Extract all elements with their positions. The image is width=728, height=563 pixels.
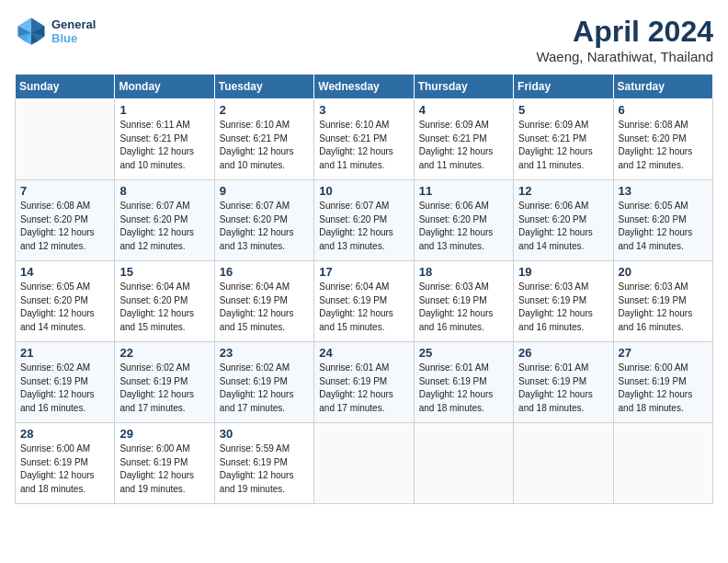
calendar-cell: 10Sunrise: 6:07 AM Sunset: 6:20 PM Dayli… <box>314 180 414 261</box>
day-info: Sunrise: 6:02 AM Sunset: 6:19 PM Dayligh… <box>20 362 109 415</box>
day-info: Sunrise: 6:02 AM Sunset: 6:19 PM Dayligh… <box>119 362 209 415</box>
day-number: 7 <box>20 184 109 198</box>
weekday-header-thursday: Thursday <box>414 75 513 99</box>
calendar-cell: 26Sunrise: 6:01 AM Sunset: 6:19 PM Dayli… <box>514 342 613 423</box>
day-info: Sunrise: 6:06 AM Sunset: 6:20 PM Dayligh… <box>419 200 508 253</box>
calendar-cell: 30Sunrise: 5:59 AM Sunset: 6:19 PM Dayli… <box>214 423 313 504</box>
day-number: 28 <box>20 427 109 441</box>
day-info: Sunrise: 6:03 AM Sunset: 6:19 PM Dayligh… <box>619 281 708 334</box>
week-row-4: 21Sunrise: 6:02 AM Sunset: 6:19 PM Dayli… <box>16 342 713 423</box>
calendar-cell: 25Sunrise: 6:01 AM Sunset: 6:19 PM Dayli… <box>414 342 513 423</box>
day-info: Sunrise: 6:04 AM Sunset: 6:20 PM Dayligh… <box>119 281 209 334</box>
weekday-header-friday: Friday <box>514 75 613 99</box>
calendar-cell: 8Sunrise: 6:07 AM Sunset: 6:20 PM Daylig… <box>115 180 214 261</box>
day-info: Sunrise: 6:07 AM Sunset: 6:20 PM Dayligh… <box>220 200 309 253</box>
day-info: Sunrise: 6:10 AM Sunset: 6:21 PM Dayligh… <box>220 119 309 172</box>
day-number: 26 <box>518 346 608 360</box>
day-info: Sunrise: 6:01 AM Sunset: 6:19 PM Dayligh… <box>419 362 508 415</box>
calendar-cell: 15Sunrise: 6:04 AM Sunset: 6:20 PM Dayli… <box>115 261 214 342</box>
week-row-1: 1Sunrise: 6:11 AM Sunset: 6:21 PM Daylig… <box>16 99 713 180</box>
day-info: Sunrise: 6:00 AM Sunset: 6:19 PM Dayligh… <box>20 442 109 496</box>
day-info: Sunrise: 6:07 AM Sunset: 6:20 PM Dayligh… <box>319 200 408 253</box>
day-number: 13 <box>619 184 708 198</box>
day-number: 17 <box>319 265 408 279</box>
day-number: 10 <box>319 184 408 198</box>
calendar-cell: 7Sunrise: 6:08 AM Sunset: 6:20 PM Daylig… <box>16 180 115 261</box>
day-info: Sunrise: 6:04 AM Sunset: 6:19 PM Dayligh… <box>220 281 309 334</box>
day-info: Sunrise: 6:09 AM Sunset: 6:21 PM Dayligh… <box>518 119 608 172</box>
calendar-cell: 19Sunrise: 6:03 AM Sunset: 6:19 PM Dayli… <box>514 261 613 342</box>
calendar-cell: 27Sunrise: 6:00 AM Sunset: 6:19 PM Dayli… <box>613 342 712 423</box>
calendar-cell: 29Sunrise: 6:00 AM Sunset: 6:19 PM Dayli… <box>115 423 214 504</box>
calendar-cell: 3Sunrise: 6:10 AM Sunset: 6:21 PM Daylig… <box>314 99 414 180</box>
day-number: 15 <box>119 265 209 279</box>
day-number: 9 <box>220 184 309 198</box>
calendar-cell: 14Sunrise: 6:05 AM Sunset: 6:20 PM Dayli… <box>16 261 115 342</box>
day-number: 23 <box>220 346 309 360</box>
calendar-cell <box>613 423 712 504</box>
day-number: 22 <box>119 346 209 360</box>
day-info: Sunrise: 6:01 AM Sunset: 6:19 PM Dayligh… <box>518 362 608 415</box>
day-number: 14 <box>20 265 109 279</box>
day-number: 19 <box>518 265 608 279</box>
calendar-cell: 6Sunrise: 6:08 AM Sunset: 6:20 PM Daylig… <box>613 99 712 180</box>
day-number: 3 <box>319 103 408 117</box>
calendar-table: SundayMondayTuesdayWednesdayThursdayFrid… <box>15 74 713 504</box>
day-number: 8 <box>119 184 209 198</box>
day-number: 5 <box>518 103 608 117</box>
page-header: General Blue April 2024 Waeng, Narathiwa… <box>15 15 713 64</box>
calendar-cell <box>314 423 414 504</box>
day-number: 30 <box>220 427 309 441</box>
calendar-cell: 20Sunrise: 6:03 AM Sunset: 6:19 PM Dayli… <box>613 261 712 342</box>
calendar-cell <box>414 423 513 504</box>
calendar-cell: 1Sunrise: 6:11 AM Sunset: 6:21 PM Daylig… <box>115 99 214 180</box>
weekday-header-sunday: Sunday <box>16 75 115 99</box>
calendar-cell: 13Sunrise: 6:05 AM Sunset: 6:20 PM Dayli… <box>613 180 712 261</box>
day-info: Sunrise: 6:06 AM Sunset: 6:20 PM Dayligh… <box>518 200 608 253</box>
day-number: 16 <box>220 265 309 279</box>
day-number: 11 <box>419 184 508 198</box>
day-info: Sunrise: 6:03 AM Sunset: 6:19 PM Dayligh… <box>518 281 608 334</box>
day-info: Sunrise: 6:10 AM Sunset: 6:21 PM Dayligh… <box>319 119 408 172</box>
day-number: 25 <box>419 346 508 360</box>
day-info: Sunrise: 6:09 AM Sunset: 6:21 PM Dayligh… <box>419 119 508 172</box>
weekday-header-saturday: Saturday <box>613 75 712 99</box>
day-info: Sunrise: 6:11 AM Sunset: 6:21 PM Dayligh… <box>119 119 209 172</box>
title-block: April 2024 Waeng, Narathiwat, Thailand <box>536 15 713 64</box>
day-info: Sunrise: 6:02 AM Sunset: 6:19 PM Dayligh… <box>220 362 309 415</box>
day-number: 24 <box>319 346 408 360</box>
day-number: 6 <box>619 103 708 117</box>
logo-icon <box>15 15 48 48</box>
day-info: Sunrise: 6:04 AM Sunset: 6:19 PM Dayligh… <box>319 281 408 334</box>
calendar-cell: 22Sunrise: 6:02 AM Sunset: 6:19 PM Dayli… <box>115 342 214 423</box>
day-info: Sunrise: 6:08 AM Sunset: 6:20 PM Dayligh… <box>619 119 708 172</box>
day-number: 1 <box>119 103 209 117</box>
calendar-cell: 17Sunrise: 6:04 AM Sunset: 6:19 PM Dayli… <box>314 261 414 342</box>
calendar-cell <box>16 99 115 180</box>
calendar-cell: 28Sunrise: 6:00 AM Sunset: 6:19 PM Dayli… <box>16 423 115 504</box>
week-row-2: 7Sunrise: 6:08 AM Sunset: 6:20 PM Daylig… <box>16 180 713 261</box>
week-row-3: 14Sunrise: 6:05 AM Sunset: 6:20 PM Dayli… <box>16 261 713 342</box>
day-info: Sunrise: 6:08 AM Sunset: 6:20 PM Dayligh… <box>20 200 109 253</box>
calendar-cell: 2Sunrise: 6:10 AM Sunset: 6:21 PM Daylig… <box>214 99 313 180</box>
day-info: Sunrise: 6:00 AM Sunset: 6:19 PM Dayligh… <box>119 442 209 496</box>
month-title: April 2024 <box>536 15 713 49</box>
day-number: 20 <box>619 265 708 279</box>
calendar-cell: 21Sunrise: 6:02 AM Sunset: 6:19 PM Dayli… <box>16 342 115 423</box>
calendar-cell: 24Sunrise: 6:01 AM Sunset: 6:19 PM Dayli… <box>314 342 414 423</box>
day-number: 12 <box>518 184 608 198</box>
calendar-cell: 23Sunrise: 6:02 AM Sunset: 6:19 PM Dayli… <box>214 342 313 423</box>
weekday-header-tuesday: Tuesday <box>214 75 313 99</box>
calendar-cell: 16Sunrise: 6:04 AM Sunset: 6:19 PM Dayli… <box>214 261 313 342</box>
day-info: Sunrise: 6:01 AM Sunset: 6:19 PM Dayligh… <box>319 362 408 415</box>
day-info: Sunrise: 6:05 AM Sunset: 6:20 PM Dayligh… <box>20 281 109 334</box>
day-number: 29 <box>119 427 209 441</box>
day-info: Sunrise: 6:03 AM Sunset: 6:19 PM Dayligh… <box>419 281 508 334</box>
day-info: Sunrise: 6:05 AM Sunset: 6:20 PM Dayligh… <box>619 200 708 253</box>
calendar-cell: 18Sunrise: 6:03 AM Sunset: 6:19 PM Dayli… <box>414 261 513 342</box>
day-number: 2 <box>220 103 309 117</box>
weekday-header-row: SundayMondayTuesdayWednesdayThursdayFrid… <box>16 75 713 99</box>
calendar-cell: 11Sunrise: 6:06 AM Sunset: 6:20 PM Dayli… <box>414 180 513 261</box>
calendar-cell: 4Sunrise: 6:09 AM Sunset: 6:21 PM Daylig… <box>414 99 513 180</box>
calendar-cell: 5Sunrise: 6:09 AM Sunset: 6:21 PM Daylig… <box>514 99 613 180</box>
